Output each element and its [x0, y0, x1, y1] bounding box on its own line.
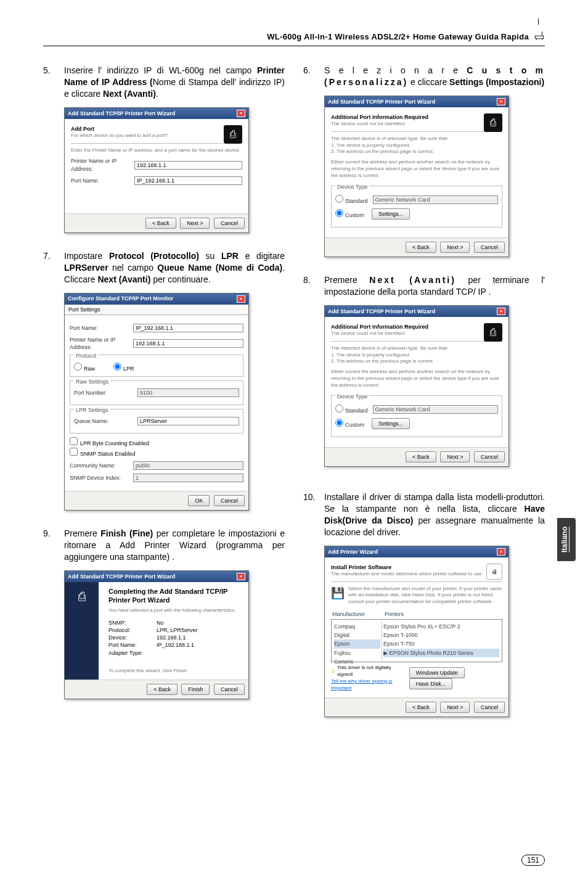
close-icon[interactable]: ×	[497, 98, 505, 105]
summary-key: Port Name:	[108, 641, 152, 649]
cancel-button[interactable]: Cancel	[474, 242, 505, 253]
language-tab: Italiano	[557, 518, 576, 561]
next-button[interactable]: Next >	[180, 218, 210, 229]
printer-model-item[interactable]: Epson T-1000	[383, 631, 499, 639]
finish-button[interactable]: Finish	[181, 684, 210, 695]
cancel-button[interactable]: Cancel	[474, 451, 505, 462]
back-button[interactable]: < Back	[147, 684, 178, 695]
radio-standard[interactable]: Standard	[335, 405, 368, 414]
printer-ip-input[interactable]	[133, 339, 243, 348]
dialog-heading: Additional Port Information Required	[331, 323, 502, 331]
disk-icon: 💾	[331, 586, 345, 601]
tab-port-settings[interactable]: Port Settings	[65, 305, 248, 315]
dialog-add-port: Add Standard TCP/IP Printer Port Wizard×…	[64, 107, 249, 233]
close-icon[interactable]: ×	[497, 308, 505, 315]
step-text: S e l e z i o n a r e C u s t o m (Perso…	[324, 65, 545, 88]
port-name-input[interactable]	[133, 324, 243, 332]
summary-value: No	[157, 619, 164, 626]
wizard-banner: ⎙	[65, 582, 99, 680]
back-button[interactable]: < Back	[406, 242, 436, 253]
windows-update-button[interactable]: Windows Update	[409, 667, 465, 678]
settings-button[interactable]: Settings...	[372, 418, 410, 429]
chk-lpr-byte[interactable]: LPR Byte Counting Enabled	[70, 440, 149, 446]
wizard-closing: To complete this wizard, click Finish.	[108, 668, 243, 675]
queue-name-input[interactable]	[137, 417, 239, 425]
summary-value: 192.168.1.1	[157, 634, 186, 641]
manufacturer-item[interactable]: Digital	[334, 631, 380, 639]
svg-point-2	[542, 32, 543, 33]
manufacturer-item[interactable]: Fujitsu	[334, 649, 380, 657]
printer-model-item[interactable]: Epson T-750	[383, 639, 499, 648]
have-disk-button[interactable]: Have Disk...	[409, 678, 453, 689]
close-icon[interactable]: ×	[497, 548, 505, 556]
port-icon: ⎙	[224, 125, 242, 144]
step-text: Installare il driver di stampa dalla lis…	[324, 491, 545, 538]
radio-raw[interactable]: Raw	[74, 363, 95, 372]
crop-mark	[538, 18, 539, 25]
printer-ip-input[interactable]	[134, 161, 242, 170]
dialog-heading: Completing the Add Standard TCP/IP Print…	[108, 587, 243, 606]
printer-ip-label: Printer Name or IP Address:	[71, 157, 129, 172]
port-name-input[interactable]	[134, 176, 242, 185]
close-icon[interactable]: ×	[237, 295, 245, 303]
radio-lpr[interactable]: LPR	[113, 363, 134, 372]
settings-button[interactable]: Settings...	[372, 208, 410, 220]
dialog-para2: Either correct the address and perform a…	[331, 159, 502, 179]
cancel-button[interactable]: Cancel	[214, 218, 245, 229]
dialog-title: Add Standard TCP/IP Printer Port Wizard	[328, 98, 435, 105]
back-button[interactable]: < Back	[145, 218, 176, 229]
summary-key: Adapter Type:	[108, 649, 152, 657]
dialog-title: Configure Standard TCP/IP Port Monitor	[68, 295, 173, 302]
dialog-title: Add Printer Wizard	[328, 548, 378, 556]
dialog-para1: The detected device is of unknown type. …	[331, 136, 502, 155]
next-button[interactable]: Next >	[440, 242, 470, 253]
signed-text: This driver is not digitally signed!	[337, 665, 407, 678]
next-button[interactable]: Next >	[440, 451, 470, 462]
queue-name-label: Queue Name:	[74, 417, 133, 425]
group-lpr-settings: LPR Settings Queue Name:	[70, 409, 243, 433]
cancel-button[interactable]: Cancel	[214, 684, 245, 695]
dialog-heading: Additional Port Information Required	[331, 113, 502, 121]
cancel-button[interactable]: Cancel	[214, 495, 245, 506]
printer-listbox[interactable]: CompaqDigitalEpsonFujitsuGeneric Epson S…	[331, 619, 502, 662]
dialog-title: Add Standard TCP/IP Printer Port Wizard	[68, 573, 175, 580]
close-icon[interactable]: ×	[237, 573, 245, 580]
page-number: 151	[521, 855, 545, 866]
signing-link[interactable]: Tell me why driver signing is important	[331, 678, 407, 692]
manufacturer-item[interactable]: Epson	[334, 639, 380, 648]
router-icon	[534, 31, 545, 42]
chk-snmp[interactable]: SNMP Status Enabled	[70, 451, 135, 457]
header-title: WL-600g All-in-1 Wireless ADSL2/2+ Home …	[267, 32, 529, 41]
back-button[interactable]: < Back	[406, 702, 436, 713]
community-input	[133, 461, 243, 470]
dialog-add-printer: Add Printer Wizard× 🖨 Install Printer So…	[324, 546, 509, 718]
summary-value: IP_192.168.1.1	[157, 641, 194, 649]
group-protocol: Protocol Raw LPR	[70, 355, 243, 377]
next-button[interactable]: Next >	[440, 702, 470, 713]
close-icon[interactable]: ×	[237, 110, 245, 117]
svg-rect-0	[535, 36, 544, 39]
step-6: 6. S e l e z i o n a r e C u s t o m (Pe…	[303, 65, 545, 88]
col-printers: Printers	[383, 609, 502, 619]
dialog-sub: The manufacturer and model determine whi…	[331, 571, 502, 578]
dialog-title: Add Standard TCP/IP Printer Port Wizard	[328, 308, 435, 315]
port-name-label: Port Name:	[71, 177, 129, 184]
manufacturer-item[interactable]: Compaq	[334, 622, 380, 631]
printer-model-item[interactable]: Epson Stylus Pro XL+ ESC/P 2	[383, 622, 499, 631]
step-10: 10. Installare il driver di stampa dalla…	[303, 491, 545, 538]
step-number: 6.	[303, 65, 316, 88]
dialog-port-monitor: Configure Standard TCP/IP Port Monitor× …	[64, 293, 249, 511]
cancel-button[interactable]: Cancel	[474, 702, 505, 713]
step-8: 8. Premere Next (Avanti) per terminare l…	[303, 274, 545, 298]
dialog-heading: Install Printer Software	[331, 564, 502, 571]
back-button[interactable]: < Back	[406, 451, 436, 462]
printer-model-item[interactable]: ▶ EPSON Stylus Photo R210 Series	[383, 649, 499, 657]
dialog-desc: Select the manufacturer and model of you…	[348, 586, 502, 606]
ok-button[interactable]: OK	[188, 495, 210, 506]
step-9: 9. Premere Finish (Fine) per completare …	[43, 528, 285, 563]
step-number: 9.	[43, 528, 55, 563]
step-5: 5. Inserire l' indirizzo IP di WL-600g n…	[43, 65, 285, 100]
radio-standard[interactable]: Standard	[335, 195, 368, 205]
radio-custom[interactable]: Custom	[335, 209, 364, 219]
radio-custom[interactable]: Custom	[335, 419, 364, 429]
